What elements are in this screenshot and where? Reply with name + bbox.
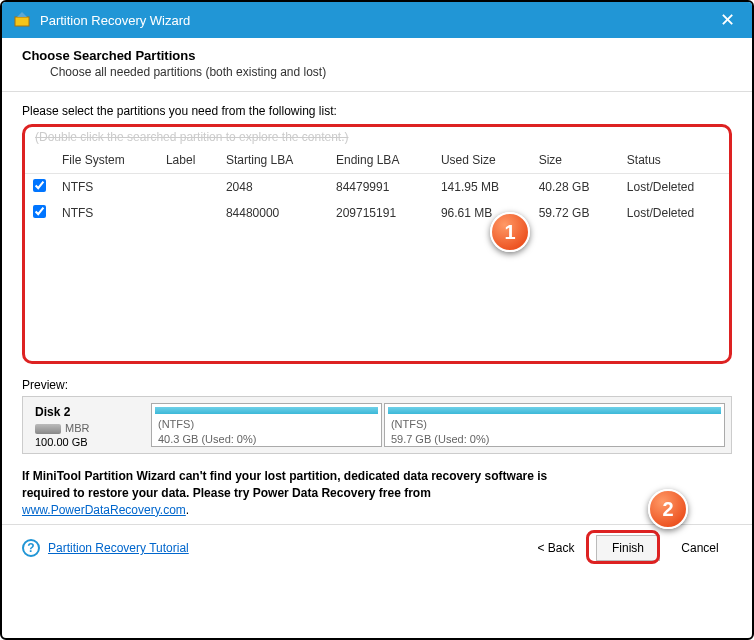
col-used-size[interactable]: Used Size (433, 147, 531, 174)
row-checkbox[interactable] (33, 205, 46, 218)
page-heading: Choose Searched Partitions (22, 48, 732, 63)
table-row[interactable]: NTFS 2048 84479991 141.95 MB 40.28 GB Lo… (25, 174, 729, 201)
col-filesystem[interactable]: File System (54, 147, 158, 174)
col-starting-lba[interactable]: Starting LBA (218, 147, 328, 174)
finish-button[interactable]: Finish (596, 535, 660, 561)
annotation-badge-1: 1 (490, 212, 530, 252)
hint-text: (Double click the searched partition to … (25, 127, 729, 147)
power-data-recovery-link[interactable]: www.PowerDataRecovery.com (22, 503, 186, 517)
partition-table: File System Label Starting LBA Ending LB… (25, 147, 729, 226)
recovery-note: If MiniTool Partition Wizard can't find … (22, 468, 732, 518)
help-icon[interactable]: ? (22, 539, 40, 557)
col-status[interactable]: Status (619, 147, 729, 174)
col-ending-lba[interactable]: Ending LBA (328, 147, 433, 174)
row-checkbox[interactable] (33, 179, 46, 192)
footer: ? Partition Recovery Tutorial < Back Fin… (2, 524, 752, 571)
table-row[interactable]: NTFS 84480000 209715191 96.61 MB 59.72 G… (25, 200, 729, 226)
wizard-header: Choose Searched Partitions Choose all ne… (2, 38, 752, 92)
back-button[interactable]: < Back (524, 536, 588, 560)
preview-label: Preview: (22, 378, 732, 392)
titlebar: Partition Recovery Wizard ✕ (2, 2, 752, 38)
app-icon (12, 10, 32, 30)
cancel-button[interactable]: Cancel (668, 536, 732, 560)
window-title: Partition Recovery Wizard (40, 13, 190, 28)
disk-icon (35, 424, 61, 434)
instruction-text: Please select the partitions you need fr… (22, 104, 732, 118)
page-subheading: Choose all needed partitions (both exist… (50, 65, 732, 79)
partition-preview-2[interactable]: (NTFS)59.7 GB (Used: 0%) (384, 403, 725, 447)
annotation-badge-2: 2 (648, 489, 688, 529)
svg-rect-0 (15, 17, 29, 26)
col-label[interactable]: Label (158, 147, 218, 174)
preview-panel: Disk 2 MBR 100.00 GB (NTFS)40.3 GB (Used… (22, 396, 732, 454)
disk-info: Disk 2 MBR 100.00 GB (29, 403, 149, 447)
tutorial-link[interactable]: Partition Recovery Tutorial (48, 541, 189, 555)
close-icon[interactable]: ✕ (712, 5, 742, 35)
partition-table-container: (Double click the searched partition to … (22, 124, 732, 364)
partition-preview-1[interactable]: (NTFS)40.3 GB (Used: 0%) (151, 403, 382, 447)
col-size[interactable]: Size (531, 147, 619, 174)
